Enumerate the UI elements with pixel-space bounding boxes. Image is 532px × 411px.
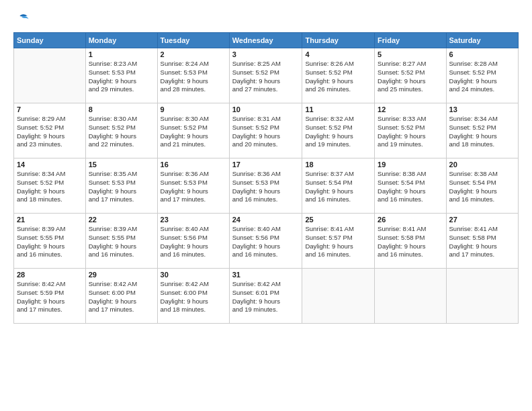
cell-content: and 16 minutes. (89, 250, 154, 259)
cell-content: and 26 minutes. (305, 85, 371, 94)
calendar-header-saturday: Saturday (446, 33, 518, 48)
calendar-week-2: 14Sunrise: 8:34 AMSunset: 5:52 PMDayligh… (14, 158, 519, 214)
day-number: 9 (161, 105, 226, 113)
cell-content: Sunset: 6:00 PM (161, 289, 226, 298)
day-number: 27 (449, 216, 515, 224)
cell-content: Sunrise: 8:35 AM (89, 170, 154, 179)
calendar-cell: 9Sunrise: 8:30 AMSunset: 5:52 PMDaylight… (157, 103, 229, 158)
day-number: 23 (161, 216, 226, 224)
cell-content: Daylight: 9 hours (232, 298, 300, 306)
cell-content: Sunset: 5:58 PM (449, 234, 515, 242)
cell-content: and 24 minutes. (449, 85, 515, 94)
cell-content: Sunrise: 8:41 AM (378, 225, 443, 234)
cell-content: Daylight: 9 hours (161, 132, 226, 141)
calendar-cell: 29Sunrise: 8:42 AMSunset: 6:00 PMDayligh… (85, 269, 157, 324)
cell-content: Sunset: 5:52 PM (449, 68, 515, 77)
cell-content: and 16 minutes. (161, 250, 226, 259)
cell-content: Sunrise: 8:28 AM (449, 60, 515, 68)
day-number: 4 (305, 50, 371, 58)
cell-content: Sunset: 5:54 PM (305, 179, 371, 187)
day-number: 14 (17, 161, 83, 169)
logo (13, 11, 30, 26)
cell-content: Daylight: 9 hours (232, 77, 300, 86)
cell-content: Daylight: 9 hours (17, 132, 83, 141)
calendar-cell: 23Sunrise: 8:40 AMSunset: 5:56 PMDayligh… (157, 214, 229, 269)
day-number: 28 (17, 271, 83, 279)
day-number: 17 (232, 161, 300, 169)
header (13, 11, 519, 26)
calendar-header-wednesday: Wednesday (229, 33, 302, 48)
cell-content: Sunset: 5:52 PM (17, 179, 83, 187)
cell-content: Daylight: 9 hours (305, 187, 371, 196)
cell-content: and 17 minutes. (89, 306, 154, 314)
calendar-week-4: 28Sunrise: 8:42 AMSunset: 5:59 PMDayligh… (14, 269, 519, 324)
calendar-week-1: 7Sunrise: 8:29 AMSunset: 5:52 PMDaylight… (14, 103, 519, 158)
cell-content: Daylight: 9 hours (17, 187, 83, 196)
cell-content: Sunset: 5:52 PM (378, 124, 443, 132)
cell-content: Sunset: 5:53 PM (89, 179, 154, 187)
cell-content: Sunrise: 8:38 AM (378, 170, 443, 179)
cell-content: Sunrise: 8:30 AM (161, 115, 226, 124)
day-number: 25 (305, 216, 371, 224)
calendar-cell: 11Sunrise: 8:32 AMSunset: 5:52 PMDayligh… (302, 103, 375, 158)
cell-content: Sunset: 5:52 PM (161, 124, 226, 132)
calendar-cell: 16Sunrise: 8:36 AMSunset: 5:53 PMDayligh… (157, 158, 229, 214)
cell-content: and 16 minutes. (449, 195, 515, 204)
cell-content: and 23 minutes. (17, 140, 83, 149)
calendar-cell: 22Sunrise: 8:39 AMSunset: 5:55 PMDayligh… (85, 214, 157, 269)
cell-content: Sunrise: 8:29 AM (17, 115, 83, 124)
day-number: 7 (17, 105, 83, 113)
cell-content: Daylight: 9 hours (449, 77, 515, 86)
cell-content: Daylight: 9 hours (378, 187, 443, 196)
cell-content: Daylight: 9 hours (161, 298, 226, 306)
cell-content: Sunrise: 8:39 AM (89, 225, 154, 234)
calendar-cell: 27Sunrise: 8:41 AMSunset: 5:58 PMDayligh… (446, 214, 518, 269)
calendar-cell: 13Sunrise: 8:34 AMSunset: 5:52 PMDayligh… (446, 103, 518, 158)
cell-content: Sunrise: 8:24 AM (161, 60, 226, 68)
cell-content: and 16 minutes. (232, 195, 300, 204)
cell-content: Sunrise: 8:25 AM (232, 60, 300, 68)
cell-content: and 18 minutes. (449, 140, 515, 149)
calendar-cell: 6Sunrise: 8:28 AMSunset: 5:52 PMDaylight… (446, 48, 518, 103)
cell-content: and 17 minutes. (161, 195, 226, 204)
cell-content: and 17 minutes. (89, 195, 154, 204)
day-number: 21 (17, 216, 83, 224)
calendar-cell (302, 269, 375, 324)
cell-content: Sunset: 6:00 PM (89, 289, 154, 298)
cell-content: and 17 minutes. (449, 250, 515, 259)
cell-content: Sunset: 5:59 PM (17, 289, 83, 298)
calendar-header-monday: Monday (85, 33, 157, 48)
calendar-cell: 7Sunrise: 8:29 AMSunset: 5:52 PMDaylight… (14, 103, 86, 158)
cell-content: Sunset: 5:56 PM (232, 234, 300, 242)
calendar-header-row: SundayMondayTuesdayWednesdayThursdayFrid… (14, 33, 519, 48)
day-number: 6 (449, 50, 515, 58)
cell-content: and 19 minutes. (305, 140, 371, 149)
calendar-cell: 3Sunrise: 8:25 AMSunset: 5:52 PMDaylight… (229, 48, 302, 103)
cell-content: Sunrise: 8:36 AM (161, 170, 226, 179)
cell-content: and 18 minutes. (17, 195, 83, 204)
cell-content: Sunrise: 8:42 AM (232, 280, 300, 289)
cell-content: Sunset: 5:52 PM (378, 68, 443, 77)
calendar-cell (446, 269, 518, 324)
cell-content: Sunrise: 8:23 AM (89, 60, 154, 68)
calendar-cell: 8Sunrise: 8:30 AMSunset: 5:52 PMDaylight… (85, 103, 157, 158)
cell-content: Daylight: 9 hours (161, 242, 226, 251)
calendar-cell: 20Sunrise: 8:38 AMSunset: 5:54 PMDayligh… (446, 158, 518, 214)
cell-content: Sunrise: 8:37 AM (305, 170, 371, 179)
cell-content: and 16 minutes. (232, 250, 300, 259)
cell-content: Sunrise: 8:30 AM (89, 115, 154, 124)
logo-bird-icon (15, 11, 30, 26)
calendar-table: SundayMondayTuesdayWednesdayThursdayFrid… (13, 32, 519, 324)
cell-content: and 16 minutes. (17, 250, 83, 259)
calendar-cell: 10Sunrise: 8:31 AMSunset: 5:52 PMDayligh… (229, 103, 302, 158)
day-number: 13 (449, 105, 515, 113)
cell-content: Sunrise: 8:38 AM (449, 170, 515, 179)
cell-content: Sunrise: 8:39 AM (17, 225, 83, 234)
calendar-header-friday: Friday (375, 33, 446, 48)
cell-content: Sunrise: 8:40 AM (232, 225, 300, 234)
cell-content: Sunset: 5:57 PM (305, 234, 371, 242)
cell-content: Daylight: 9 hours (378, 132, 443, 141)
calendar-cell: 17Sunrise: 8:36 AMSunset: 5:53 PMDayligh… (229, 158, 302, 214)
cell-content: Daylight: 9 hours (449, 187, 515, 196)
calendar-header-tuesday: Tuesday (157, 33, 229, 48)
